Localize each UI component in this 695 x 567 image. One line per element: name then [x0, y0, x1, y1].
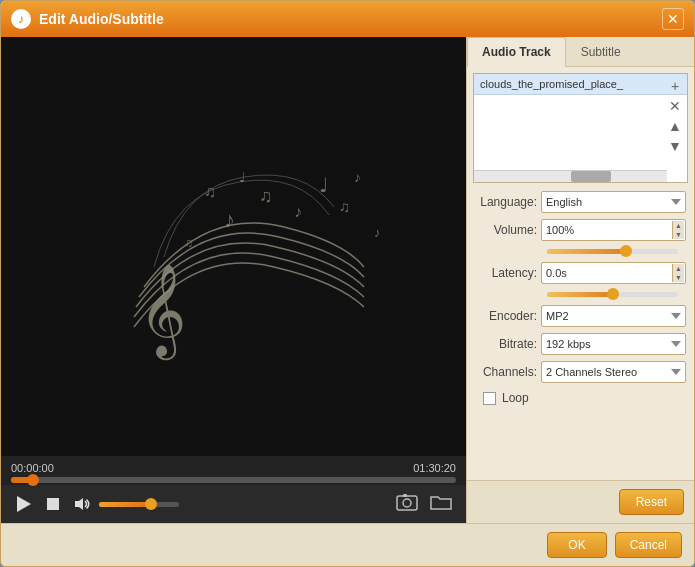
volume-slider-fill: [547, 249, 626, 254]
svg-rect-14: [397, 496, 417, 510]
encoder-select[interactable]: MP2: [541, 305, 686, 327]
video-display: 𝄞 ♪ ♫ ♪ ♩ ♫ ♪ ♩ ♫ ♪ ♫: [1, 37, 466, 456]
svg-point-15: [403, 499, 411, 507]
volume-thumb: [145, 498, 157, 510]
volume-slider-row: [475, 247, 686, 256]
folder-icon: [430, 493, 452, 511]
volume-up-arrow[interactable]: ▲: [672, 221, 684, 230]
time-row: 00:00:00 01:30:20: [11, 462, 456, 474]
edit-audio-subtitle-dialog: ♪ Edit Audio/Subtitle ✕: [0, 0, 695, 567]
controls-row: [1, 485, 466, 523]
music-visualization: 𝄞 ♪ ♫ ♪ ♩ ♫ ♪ ♩ ♫ ♪ ♫: [84, 107, 384, 387]
latency-down-arrow[interactable]: ▼: [672, 273, 684, 282]
progress-bar-area: 00:00:00 01:30:20: [1, 456, 466, 485]
volume-fill: [99, 502, 151, 507]
volume-spinbox[interactable]: ▲ ▼: [541, 219, 686, 241]
bitrate-label: Bitrate:: [475, 337, 537, 351]
svg-text:♪: ♪: [294, 203, 302, 220]
play-icon: [17, 496, 31, 512]
stop-icon: [47, 498, 59, 510]
track-scroll-thumb: [571, 171, 611, 182]
cancel-button[interactable]: Cancel: [615, 532, 682, 558]
latency-slider-row: [475, 290, 686, 299]
latency-up-arrow[interactable]: ▲: [672, 264, 684, 273]
volume-slider-track[interactable]: [547, 249, 678, 254]
latency-input[interactable]: [546, 267, 681, 279]
move-up-button[interactable]: ▲: [666, 117, 684, 135]
close-button[interactable]: ✕: [662, 8, 684, 30]
remove-track-button[interactable]: ✕: [666, 97, 684, 115]
track-item[interactable]: clouds_the_promised_place_: [474, 74, 687, 95]
bitrate-select[interactable]: 192 kbps: [541, 333, 686, 355]
loop-row: Loop: [475, 389, 686, 407]
right-panel-bottom: Reset: [467, 480, 694, 523]
volume-down-arrow[interactable]: ▼: [672, 230, 684, 239]
volume-slider-thumb: [620, 245, 632, 257]
latency-label: Latency:: [475, 266, 537, 280]
params-area: Language: English Volume: ▲ ▼: [467, 187, 694, 411]
volume-label: Volume:: [475, 223, 537, 237]
volume-input[interactable]: [546, 224, 681, 236]
volume-arrows: ▲ ▼: [672, 221, 684, 239]
volume-icon: [75, 497, 91, 511]
svg-marker-11: [17, 496, 31, 512]
progress-track[interactable]: [11, 477, 456, 483]
bitrate-row: Bitrate: 192 kbps: [475, 333, 686, 355]
svg-marker-13: [75, 498, 83, 510]
volume-slider[interactable]: [99, 502, 179, 507]
current-time: 00:00:00: [11, 462, 54, 474]
titlebar: ♪ Edit Audio/Subtitle ✕: [1, 1, 694, 37]
latency-slider-fill: [547, 292, 613, 297]
camera-icon: [396, 493, 418, 511]
channels-label: Channels:: [475, 365, 537, 379]
svg-text:♫: ♫: [339, 198, 350, 215]
latency-row: Latency: ▲ ▼: [475, 262, 686, 284]
total-time: 01:30:20: [413, 462, 456, 474]
titlebar-left: ♪ Edit Audio/Subtitle: [11, 9, 164, 29]
tabs-row: Audio Track Subtitle: [467, 37, 694, 67]
channels-select[interactable]: 2 Channels Stereo: [541, 361, 686, 383]
svg-rect-12: [47, 498, 59, 510]
move-down-button[interactable]: ▼: [666, 137, 684, 155]
progress-fill: [11, 477, 33, 483]
volume-section: [73, 495, 179, 513]
svg-text:♫: ♫: [259, 186, 273, 206]
loop-checkbox[interactable]: [483, 392, 496, 405]
latency-arrows: ▲ ▼: [672, 264, 684, 282]
svg-text:𝄞: 𝄞: [139, 265, 186, 361]
track-list-area: clouds_the_promised_place_ + ✕ ▲ ▼: [473, 73, 688, 183]
track-scrollbar[interactable]: [474, 170, 667, 182]
volume-row: Volume: ▲ ▼: [475, 219, 686, 241]
latency-slider-track[interactable]: [547, 292, 678, 297]
reset-button[interactable]: Reset: [619, 489, 684, 515]
right-bottom-buttons: Reset: [619, 489, 684, 515]
volume-icon-button[interactable]: [73, 495, 93, 513]
language-select[interactable]: English: [541, 191, 686, 213]
track-actions: + ✕ ▲ ▼: [663, 74, 687, 158]
dialog-title: Edit Audio/Subtitle: [39, 11, 164, 27]
svg-rect-16: [403, 494, 407, 497]
add-track-button[interactable]: +: [666, 77, 684, 95]
language-row: Language: English: [475, 191, 686, 213]
encoder-row: Encoder: MP2: [475, 305, 686, 327]
encoder-label: Encoder:: [475, 309, 537, 323]
latency-slider-thumb: [607, 288, 619, 300]
svg-text:♪: ♪: [354, 169, 361, 185]
video-panel: 𝄞 ♪ ♫ ♪ ♩ ♫ ♪ ♩ ♫ ♪ ♫: [1, 37, 466, 523]
app-icon: ♪: [11, 9, 31, 29]
ok-button[interactable]: OK: [547, 532, 606, 558]
loop-label: Loop: [502, 391, 529, 405]
screenshot-button[interactable]: [396, 493, 418, 515]
language-label: Language:: [475, 195, 537, 209]
content-area: 𝄞 ♪ ♫ ♪ ♩ ♫ ♪ ♩ ♫ ♪ ♫: [1, 37, 694, 523]
folder-button[interactable]: [430, 493, 452, 515]
dialog-bottom: OK Cancel: [1, 523, 694, 566]
svg-text:♪: ♪: [374, 225, 381, 240]
latency-spinbox[interactable]: ▲ ▼: [541, 262, 686, 284]
svg-text:♫: ♫: [184, 236, 193, 250]
tab-audio-track[interactable]: Audio Track: [467, 37, 566, 67]
play-button[interactable]: [15, 494, 33, 514]
tab-subtitle[interactable]: Subtitle: [566, 37, 636, 66]
stop-button[interactable]: [45, 496, 61, 512]
svg-text:♪: ♪: [224, 207, 235, 232]
